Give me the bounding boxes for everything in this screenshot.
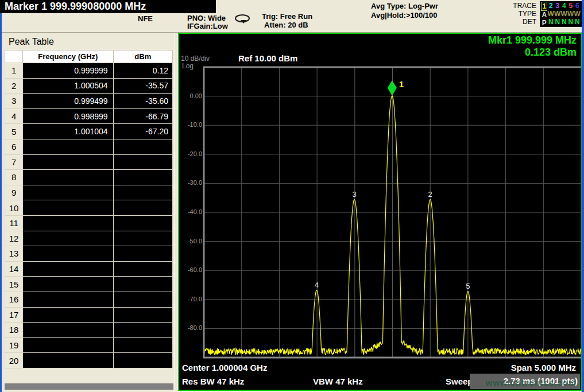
peak-table-cell-n: 17 (5, 307, 23, 323)
peak-table-cell-dbm (113, 170, 172, 185)
trace-type: W (567, 10, 574, 18)
pno-status: PNO: Wide (187, 14, 226, 22)
peak-table-cell-freq (23, 307, 114, 323)
peak-table-row[interactable]: 16 (5, 292, 173, 307)
y-axis-tick-label: -10.0 (180, 121, 202, 128)
trace-status-col-2[interactable]: 2WN (548, 2, 555, 27)
peak-table-cell-n: 6 (5, 139, 23, 154)
trace-status-col-3[interactable]: 3WN (554, 2, 561, 27)
peak-table-cell-freq (23, 170, 114, 185)
peak-table-cell-n: 4 (5, 108, 23, 124)
vbw-annotation: VBW 47 kHz (313, 377, 363, 386)
peak-number-label: 4 (315, 281, 319, 289)
peak-table: Frequency (GHz) dBm 10.9999990.1221.0005… (5, 50, 173, 368)
peak-table-cell-n: 2 (5, 78, 23, 94)
peak-table-cell-freq: 0.999999 (23, 63, 114, 79)
peak-table-cell-dbm: -35.57 (113, 78, 172, 94)
peak-table-row[interactable]: 8 (5, 170, 173, 185)
peak-table-row[interactable]: 30.999499-35.60 (5, 94, 173, 109)
peak-table-header-num (5, 51, 23, 63)
trace-number: 5 (567, 2, 574, 10)
marker-readout-freq: Mkr1 999.999 MHz (488, 34, 577, 46)
avg-type-status: Avg Type: Log-Pwr (371, 2, 438, 10)
peak-table-title: Peak Table (9, 37, 54, 47)
peak-table-cell-n: 12 (5, 231, 23, 246)
marker-1-diamond[interactable] (388, 80, 397, 96)
peak-number-label: 2 (428, 190, 432, 199)
sweep-label: Sweep (446, 377, 473, 386)
peak-table-cell-freq (23, 277, 114, 292)
rbw-annotation: Res BW 47 kHz (182, 377, 244, 386)
peak-table-cell-freq: 0.999499 (23, 94, 114, 109)
trace-type: W (574, 10, 581, 18)
peak-table-row[interactable]: 40.998999-66.79 (5, 108, 173, 124)
peak-table-cell-freq (23, 292, 114, 307)
trace-detector: N (548, 18, 555, 26)
peak-number-label: 5 (466, 282, 470, 290)
window-border-right (582, 0, 584, 392)
peak-table-cell-freq (23, 337, 114, 353)
peak-table-status-bar (5, 383, 173, 390)
span-annotation: Span 5.000 MHz (511, 363, 576, 372)
peak-table-cell-freq (23, 154, 114, 170)
peak-table-cell-dbm (113, 323, 172, 338)
peak-table-row[interactable]: 19 (5, 337, 173, 353)
peak-table-row[interactable]: 10 (5, 200, 173, 216)
continuous-sweep-icon (234, 14, 251, 26)
peak-table-row[interactable]: 51.001004-67.20 (5, 124, 173, 139)
peak-table-cell-dbm (113, 337, 172, 353)
peak-table-row[interactable]: 18 (5, 323, 173, 338)
peak-table-row[interactable]: 13 (5, 246, 173, 262)
log-scale-label: Log (182, 62, 194, 70)
peak-table-cell-n: 8 (5, 170, 23, 185)
peak-table-cell-freq (23, 246, 114, 262)
trace-number: 3 (554, 2, 561, 10)
peak-table-row[interactable]: 15 (5, 277, 173, 292)
peak-table-cell-dbm (113, 261, 172, 277)
peak-table-cell-freq (23, 353, 114, 368)
peak-table-header-freq: Frequency (GHz) (23, 51, 114, 63)
peak-table-cell-n: 10 (5, 200, 23, 216)
peak-table-header-row: Frequency (GHz) dBm (5, 51, 173, 63)
peak-table-cell-dbm (113, 353, 172, 368)
trace-status-box[interactable]: 1AP2WN3WN4WN5WN6WN (540, 1, 582, 27)
peak-table-cell-freq (23, 185, 114, 200)
y-axis-tick-label: -80.0 (180, 324, 202, 331)
y-axis-tick-label: -20.0 (180, 150, 202, 157)
peak-table-row[interactable]: 17 (5, 307, 173, 323)
peak-table-row[interactable]: 6 (5, 139, 173, 154)
peak-table-cell-dbm (113, 292, 172, 307)
peak-table-cell-n: 9 (5, 185, 23, 200)
peak-table-cell-dbm (113, 307, 172, 323)
trace-status-col-6[interactable]: 6WN (574, 2, 581, 27)
peak-table-cell-dbm (113, 139, 172, 154)
y-axis-tick-label: -40.0 (180, 208, 202, 215)
peak-table-cell-n: 18 (5, 323, 23, 338)
spectrum-display-window[interactable]: Mkr1 999.999 MHz 0.123 dBm 10 dB/div Log… (178, 33, 582, 391)
peak-table-row[interactable]: 12 (5, 231, 173, 246)
peak-table-row[interactable]: 21.000504-35.57 (5, 78, 173, 94)
trace-status-col-1[interactable]: 1AP (541, 2, 548, 27)
trace-status-col-4[interactable]: 4WN (561, 2, 568, 27)
peak-table-row[interactable]: 14 (5, 261, 173, 277)
scale-per-div-label: 10 dB/div (181, 55, 210, 63)
trace-status-col-5[interactable]: 5WN (567, 2, 574, 27)
peak-table-cell-n: 19 (5, 337, 23, 353)
trace-type: W (548, 10, 555, 18)
peak-table-row[interactable]: 9 (5, 185, 173, 200)
trace-type: W (561, 10, 568, 18)
sweep-active-function-box[interactable]: 2.73 ms (1001 pts) (470, 374, 580, 389)
nfe-status: NFE (138, 14, 153, 23)
peak-table-row[interactable]: 7 (5, 154, 173, 170)
trace-detector: N (554, 18, 561, 26)
spectrum-plot[interactable]: 12345 (203, 66, 582, 359)
peak-table-cell-n: 16 (5, 292, 23, 307)
peak-table-row[interactable]: 10.9999990.12 (5, 63, 173, 79)
peak-table-row[interactable]: 11 (5, 215, 173, 231)
peak-table-cell-dbm (113, 185, 172, 200)
atten-status: Atten: 20 dB (264, 21, 308, 29)
peak-table-cell-dbm: -67.20 (113, 124, 172, 139)
trace-legend-row-labels: TRACE TYPE DET (501, 2, 536, 26)
peak-table-cell-dbm: 0.12 (113, 63, 172, 79)
peak-table-row[interactable]: 20 (5, 353, 173, 368)
